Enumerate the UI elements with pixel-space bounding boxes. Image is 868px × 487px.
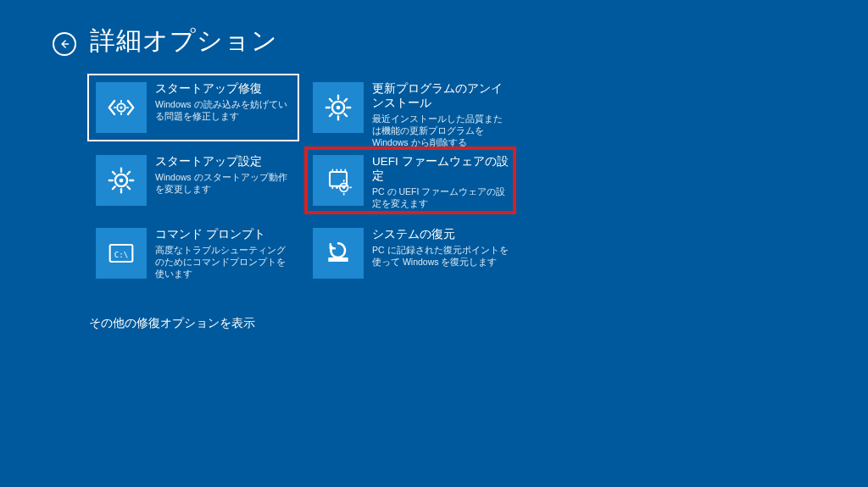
tile-title: スタートアップ設定 — [155, 155, 292, 169]
more-repair-options-link[interactable]: その他の修復オプションを表示 — [0, 285, 868, 331]
svg-line-13 — [344, 113, 347, 116]
gear-icon — [313, 82, 364, 133]
back-button[interactable] — [53, 32, 76, 56]
gear-icon — [96, 155, 147, 206]
tile-desc: PC の UEFI ファームウェアの設定を変えます — [372, 185, 509, 209]
tile-uefi-firmware[interactable]: UEFI ファームウェアの設定 PC の UEFI ファームウェアの設定を変えま… — [306, 148, 515, 213]
tile-desc: Windows のスタートアップ動作を変更します — [155, 171, 292, 195]
tile-command-prompt[interactable]: C:\ コマンド プロンプト 高度なトラブルシューティングのためにコマンドプロン… — [89, 221, 298, 285]
tile-desc: PC に記録された復元ポイントを使って Windows を復元します — [372, 244, 509, 268]
svg-line-23 — [127, 186, 130, 189]
svg-line-14 — [344, 99, 347, 102]
tile-desc: 高度なトラブルシューティングのためにコマンドプロンプトを使います — [155, 244, 292, 280]
svg-line-25 — [113, 186, 115, 189]
tile-system-restore[interactable]: システムの復元 PC に記録された復元ポイントを使って Windows を復元し… — [306, 221, 515, 285]
tile-title: UEFI ファームウェアの設定 — [372, 155, 509, 184]
svg-line-15 — [330, 113, 332, 116]
tile-uninstall-updates[interactable]: 更新プログラムのアンインストール 最近インストールした品質または機能の更新プログ… — [306, 75, 515, 140]
code-brackets-icon — [96, 82, 147, 133]
options-grid: スタートアップ修復 Windows の読み込みを妨げている問題を修正します 更新… — [0, 58, 868, 285]
terminal-icon: C:\ — [96, 228, 147, 279]
tile-title: スタートアップ修復 — [155, 82, 292, 97]
svg-line-22 — [113, 172, 115, 174]
svg-line-24 — [127, 172, 130, 174]
tile-desc: Windows の読み込みを妨げている問題を修正します — [155, 98, 292, 122]
tile-desc: 最近インストールした品質または機能の更新プログラムを Windows から削除す… — [372, 113, 509, 149]
svg-point-17 — [120, 179, 124, 183]
svg-point-34 — [342, 186, 345, 189]
tile-title: システムの復元 — [372, 228, 509, 242]
chip-gear-icon — [313, 155, 364, 206]
svg-point-1 — [120, 106, 122, 108]
tile-startup-repair[interactable]: スタートアップ修復 Windows の読み込みを妨げている問題を修正します — [89, 75, 298, 140]
page-title: 詳細オプション — [90, 24, 278, 58]
restore-icon — [313, 228, 364, 279]
back-arrow-icon — [58, 38, 70, 50]
svg-line-12 — [330, 99, 332, 102]
svg-point-7 — [337, 106, 341, 110]
tile-startup-settings[interactable]: スタートアップ設定 Windows のスタートアップ動作を変更します — [89, 148, 298, 213]
tile-title: コマンド プロンプト — [155, 228, 292, 242]
svg-text:C:\: C:\ — [114, 250, 129, 259]
tile-title: 更新プログラムのアンインストール — [372, 82, 509, 111]
